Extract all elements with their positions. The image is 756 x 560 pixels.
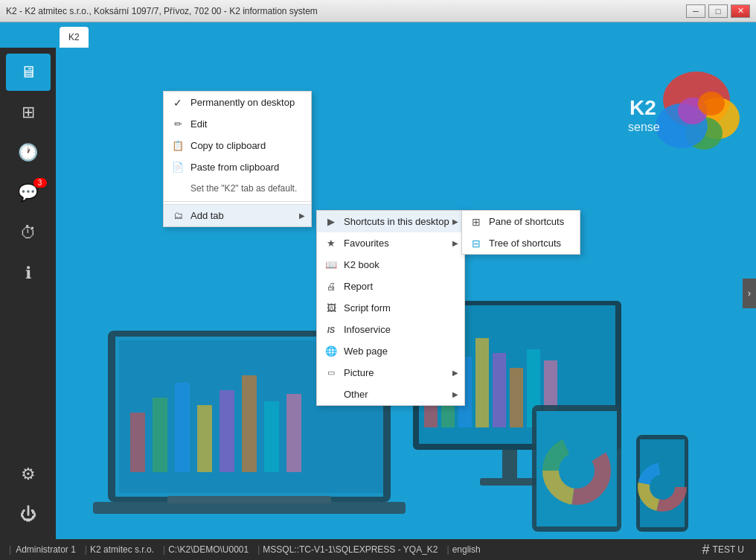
scriptform-icon: 🖼 xyxy=(324,302,338,314)
status-language: english xyxy=(452,544,481,555)
clock-icon: 🕐 xyxy=(18,143,38,162)
tab-label: K2 xyxy=(68,32,80,42)
paste-icon: 📄 xyxy=(171,162,185,173)
menu-item-webpage[interactable]: 🌐 Web page xyxy=(317,340,464,362)
sidebar-item-info[interactable]: ℹ xyxy=(6,255,51,292)
check-icon: ✓ xyxy=(171,97,185,109)
svg-rect-17 xyxy=(264,401,279,472)
power-icon: ⏻ xyxy=(20,505,36,524)
svg-rect-20 xyxy=(167,496,331,503)
sidebar-item-chat[interactable]: 💬 3 xyxy=(6,174,51,211)
addtab-icon: 🗂 xyxy=(171,210,185,221)
status-sep-1: | xyxy=(85,544,87,555)
test-label: TEST U xyxy=(713,544,744,555)
svg-rect-15 xyxy=(220,390,234,472)
menu-item-favourites[interactable]: ★ Favourites xyxy=(317,232,464,254)
window-title: K2 - K2 atmitec s.r.o., Koksární 1097/7,… xyxy=(6,6,318,16)
menu-item-picture[interactable]: ▭ Picture xyxy=(317,362,464,384)
svg-rect-31 xyxy=(502,450,517,480)
status-db: MSSQL::TC-V1-1\SQLEXPRESS - YQA_K2 xyxy=(263,544,438,555)
svg-text:K2: K2 xyxy=(630,96,656,119)
picture-icon: ▭ xyxy=(324,368,338,378)
status-company: K2 atmitec s.r.o. xyxy=(90,544,154,555)
status-separator-start: | xyxy=(9,544,11,555)
content-area: K2 sense xyxy=(56,48,756,539)
maximize-button[interactable]: □ xyxy=(708,4,728,18)
sidebar-item-power[interactable]: ⏻ xyxy=(6,496,51,533)
svg-rect-27 xyxy=(493,353,506,427)
status-sep-4: | xyxy=(447,544,449,555)
svg-text:sense: sense xyxy=(628,121,660,133)
grid-icon: ⊞ xyxy=(22,103,35,122)
settings-icon: ⚙ xyxy=(21,465,36,484)
menu-item-tree[interactable]: ⊟ Tree of shortcuts xyxy=(462,232,580,254)
shortcuts-sub-context-menu: ⊞ Pane of shortcuts ⊟ Tree of shortcuts xyxy=(461,210,580,255)
favourites-icon: ★ xyxy=(324,238,338,249)
menu-item-addtab[interactable]: 🗂 Add tab xyxy=(164,204,311,226)
svg-rect-12 xyxy=(153,398,167,472)
tab-k2[interactable]: K2 xyxy=(60,27,89,48)
menu-item-shortcuts-desktop[interactable]: ▶ Shortcuts in this desktop xyxy=(317,211,464,232)
svg-rect-18 xyxy=(286,394,301,472)
info-icon: ℹ xyxy=(25,264,31,283)
window-controls: ─ □ ✕ xyxy=(686,4,750,18)
svg-rect-11 xyxy=(130,413,145,472)
svg-rect-26 xyxy=(475,338,489,427)
menu-item-other[interactable]: Other xyxy=(317,384,464,405)
copy-icon: 📋 xyxy=(171,140,185,151)
menu-item-infoservice[interactable]: IS Infoservice xyxy=(317,319,464,340)
menu-item-paste[interactable]: 📄 Paste from clipboard xyxy=(164,156,311,178)
minimize-button[interactable]: ─ xyxy=(686,4,705,18)
menu-item-copy[interactable]: 📋 Copy to clipboard xyxy=(164,135,311,156)
status-sep-2: | xyxy=(163,544,165,555)
primary-context-menu: ✓ Permanently on desktop ✏ Edit 📋 Copy t… xyxy=(163,91,312,227)
svg-rect-13 xyxy=(175,383,190,472)
sidebar-item-timer[interactable]: ⏱ xyxy=(6,214,51,252)
sidebar-item-grid[interactable]: ⊞ xyxy=(6,94,51,131)
sidebar-item-desktop[interactable]: 🖥 xyxy=(6,54,51,91)
pane-icon: ⊞ xyxy=(470,216,483,228)
svg-rect-19 xyxy=(93,502,406,514)
svg-rect-14 xyxy=(197,405,212,472)
sidebar-item-clock[interactable]: 🕐 xyxy=(6,134,51,171)
tree-icon: ⊟ xyxy=(470,238,483,249)
menu-separator xyxy=(164,201,311,202)
report-icon: 🖨 xyxy=(324,281,338,292)
title-bar: K2 - K2 atmitec s.r.o., Koksární 1097/7,… xyxy=(0,0,756,22)
menu-item-k2book[interactable]: 📖 K2 book xyxy=(317,254,464,276)
status-path: C:\K2\DEMO\U0001 xyxy=(168,544,249,555)
menu-item-report[interactable]: 🖨 Report xyxy=(317,276,464,297)
menu-item-pane[interactable]: ⊞ Pane of shortcuts xyxy=(462,211,580,232)
status-administrator: Administrator 1 xyxy=(16,544,76,555)
collapse-right-arrow[interactable]: › xyxy=(743,279,756,308)
svg-rect-32 xyxy=(480,478,539,486)
menu-item-scriptform[interactable]: 🖼 Script form xyxy=(317,297,464,319)
k2book-icon: 📖 xyxy=(324,259,338,270)
shortcuts-arrow-icon: ▶ xyxy=(324,216,338,227)
svg-rect-28 xyxy=(510,368,523,427)
chat-badge: 3 xyxy=(33,178,47,188)
main-layout: 🖥 ⊞ 🕐 💬 3 ⏱ ℹ ⚙ ⏻ xyxy=(0,48,756,539)
shortcuts-context-menu: ▶ Shortcuts in this desktop ★ Favourites… xyxy=(316,210,465,406)
timer-icon: ⏱ xyxy=(20,223,36,243)
sidebar: 🖥 ⊞ 🕐 💬 3 ⏱ ℹ ⚙ ⏻ xyxy=(0,48,56,539)
svg-point-5 xyxy=(698,92,725,115)
status-sep-3: | xyxy=(257,544,260,555)
svg-rect-16 xyxy=(242,375,257,472)
menu-item-edit[interactable]: ✏ Edit xyxy=(164,113,311,135)
desktop-icon: 🖥 xyxy=(20,63,36,82)
tab-bar: K2 xyxy=(0,22,756,48)
infoservice-icon: IS xyxy=(324,325,338,334)
sidebar-item-settings[interactable]: ⚙ xyxy=(6,456,51,493)
hash-icon: # xyxy=(702,542,710,558)
close-button[interactable]: ✕ xyxy=(731,4,750,18)
edit-icon: ✏ xyxy=(171,118,185,130)
menu-item-permanently[interactable]: ✓ Permanently on desktop xyxy=(164,92,311,113)
status-bar: | Administrator 1 | K2 atmitec s.r.o. | … xyxy=(0,539,756,560)
webpage-icon: 🌐 xyxy=(324,346,338,357)
k2-logo-splash: K2 sense xyxy=(607,70,741,167)
menu-item-setdefault[interactable]: Set the "K2" tab as default. xyxy=(164,178,311,199)
